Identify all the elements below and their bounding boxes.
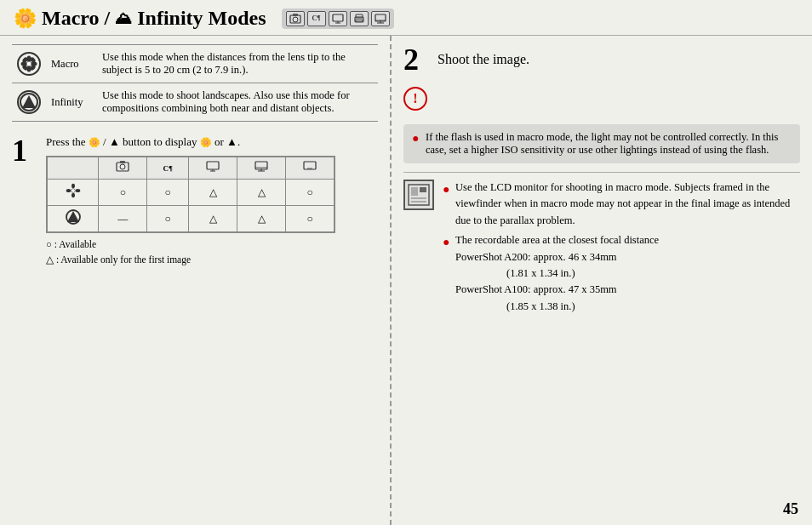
grid-inf-col1: — [99,206,147,232]
info-subpoint-1: PowerShot A200: approx. 46 x 34mm [455,251,617,263]
info-point-1: ● Use the LCD monitor for shooting in ma… [443,180,800,229]
step1-section: 1 Press the 🌼 / ▲ button to display 🌼 or… [12,135,378,268]
page-header: 🌼 Macro / ⛰ Infinity Modes C¶ [0,0,812,36]
mode-icon-screen2 [371,11,390,26]
grid-col-mon3 [286,157,335,180]
step2-text: Shoot the image. [437,52,529,67]
info-subpoint-4: (1.85 x 1.38 in.) [506,300,575,312]
selection-grid: C¶ [46,156,335,233]
grid-inf-col3: △ [189,206,237,232]
grid-row-macro: ○ ○ △ △ ○ [48,180,335,206]
svg-point-26 [120,164,125,169]
grid-macro-col4: △ [237,180,286,206]
grid-macro-col2: ○ [147,180,189,206]
macro-label: Macro [46,45,97,83]
grid-macro-col3: △ [189,180,237,206]
mountain-display-icon: ▲ [226,135,237,148]
step2-number: 2 [403,44,429,75]
svg-rect-31 [255,162,267,169]
info-text-2: The recordable area at the closest focal… [455,232,659,315]
step1-number: 1 [12,135,37,166]
svg-rect-27 [120,161,125,163]
grid-col-cm: C¶ [147,157,189,180]
svg-rect-46 [411,187,418,196]
info-content: ● Use the LCD monitor for shooting in ma… [443,180,800,318]
svg-point-22 [27,62,31,66]
svg-point-38 [71,184,75,189]
grid-row-infinity: — ○ △ △ ○ [48,206,335,232]
svg-rect-47 [411,197,426,199]
svg-rect-8 [356,20,363,21]
grid-header-row: C¶ [48,157,335,180]
grid-macro-col5: ○ [286,180,335,206]
legend-first-image: △ : Available only for the first image [46,252,378,267]
grid-inf-col5: ○ [286,206,335,232]
left-panel: Macro Use this mode when the distances f… [0,36,392,525]
info-text-1: Use the LCD monitor for shooting in macr… [455,180,800,229]
svg-marker-24 [22,95,36,108]
right-panel: 2 Shoot the image. ! ● If the flash is u… [392,36,812,525]
step2-header: 2 Shoot the image. [403,44,800,75]
table-row-macro: Macro Use this mode when the distances f… [12,45,378,83]
svg-rect-48 [411,201,426,203]
info-box: ● Use the LCD monitor for shooting in ma… [403,172,800,318]
grid-col-mon1 [189,157,237,180]
info-bullet-2: ● [443,233,451,315]
svg-point-1 [293,17,298,22]
infinity-desc: Use this mode to shoot landscapes. Also … [97,83,378,122]
grid-table: C¶ [47,157,335,232]
mode-table: Macro Use this mode when the distances f… [12,44,378,122]
mode-icon-cm: C¶ [307,11,326,26]
grid-inf-col2: ○ [147,206,189,232]
page-title: 🌼 Macro / ⛰ Infinity Modes C¶ [14,7,798,30]
grid-macro-icon [48,180,99,206]
grid-col-mon2 [237,157,286,180]
svg-point-41 [75,189,80,192]
grid-col-blank [48,157,99,180]
svg-rect-28 [207,162,219,169]
svg-rect-49 [420,187,426,192]
macro-display-icon: 🌼 [200,137,212,147]
infinity-mountain-icon: ⛰ [115,9,132,28]
info-subpoint-3: PowerShot A100: approx. 47 x 35mm [455,283,617,295]
warning-text: If the flash is used in macro mode, the … [426,131,792,157]
svg-point-39 [71,193,75,198]
grid-legend: ○ : Available △ : Available only for the… [46,237,378,268]
title-macro: Macro / [42,7,110,30]
macro-mode-icon [17,52,41,76]
info-point-2: ● The recordable area at the closest foc… [443,232,800,315]
infinity-mode-icon [17,90,41,114]
svg-point-40 [66,189,71,192]
legend-available: ○ : Available [46,237,378,252]
title-infinity: Infinity Modes [137,7,266,30]
grid-col-photo [99,157,147,180]
macro-icon: 🌼 [14,8,37,30]
info-icon [403,180,434,210]
warning-icon: ! [403,87,427,111]
mode-icon-monitor [329,11,347,26]
step1-content: Press the 🌼 / ▲ button to display 🌼 or ▲… [46,135,378,268]
grid-macro-col1: ○ [99,180,147,206]
grid-infinity-icon [48,206,99,232]
svg-point-42 [71,189,75,192]
mode-icon-photo [286,11,305,26]
table-row-infinity: Infinity Use this mode to shoot landscap… [12,83,378,122]
macro-desc: Use this mode when the distances from th… [97,45,378,83]
page-container: 🌼 Macro / ⛰ Infinity Modes C¶ [0,0,812,525]
grid-inf-col4: △ [237,206,286,232]
mode-icons-header: C¶ [282,9,394,29]
warning-box: ● If the flash is used in macro mode, th… [403,124,800,163]
svg-rect-2 [293,14,298,16]
mode-icon-print [350,11,369,26]
macro-inline-icon: 🌼 [89,137,100,147]
main-content: Macro Use this mode when the distances f… [0,36,812,525]
warning-bullet: ● [412,132,420,146]
page-number: 45 [783,500,798,518]
warning-section: ! [403,87,800,111]
svg-marker-44 [67,211,79,222]
svg-rect-3 [333,14,343,21]
mountain-inline-icon: ▲ [109,135,120,148]
infinity-label: Infinity [46,83,97,122]
info-subpoint-2: (1.81 x 1.34 in.) [506,267,575,279]
step1-text: Press the 🌼 / ▲ button to display 🌼 or ▲… [46,135,378,149]
